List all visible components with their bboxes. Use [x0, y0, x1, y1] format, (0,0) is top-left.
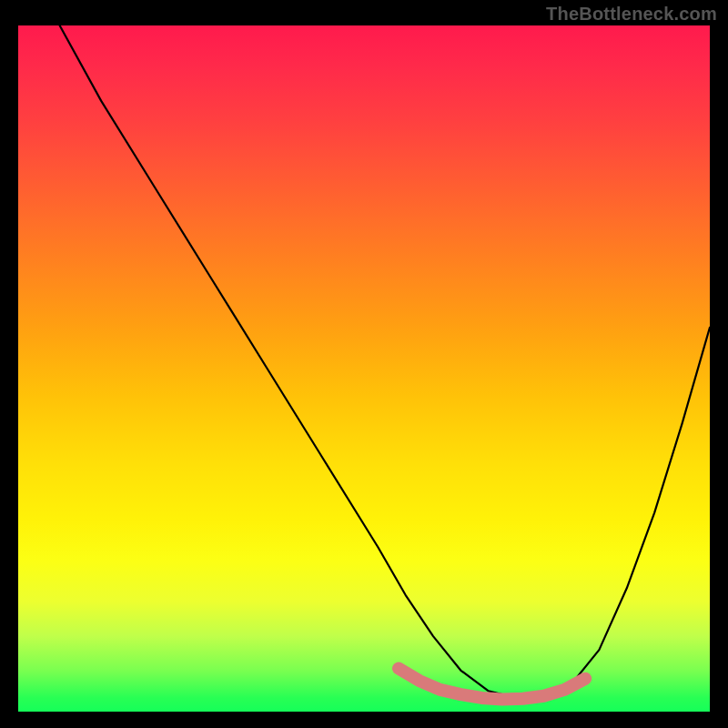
chart-frame: TheBottleneck.com: [0, 0, 728, 728]
chart-overlay: [18, 25, 710, 712]
safe-zone-marker-line: [399, 669, 585, 700]
bottleneck-curve-line: [60, 25, 710, 698]
watermark-text: TheBottleneck.com: [546, 4, 717, 25]
plot-area: [18, 25, 710, 712]
